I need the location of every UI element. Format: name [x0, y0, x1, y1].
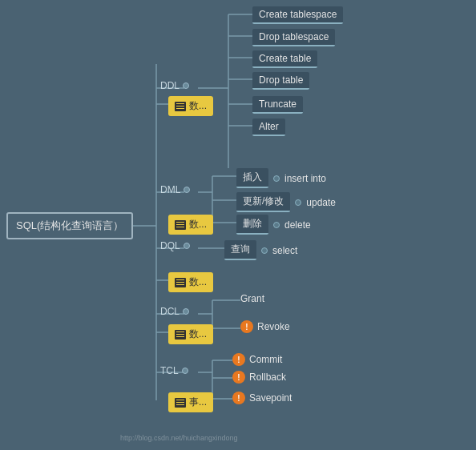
root-label: SQL(结构化查询语言） [16, 219, 123, 233]
dml-update-dot [295, 199, 301, 206]
tcl-commit-row: ! Commit [232, 353, 282, 366]
table-icon-4 [175, 330, 186, 340]
revoke-icon: ! [240, 320, 253, 333]
dml-insert-row: 插入 insert into [236, 168, 326, 188]
table-icon-2 [175, 220, 186, 230]
dcl-yellow-box: 数... [168, 324, 213, 344]
mind-map: SQL(结构化查询语言） DDL 数... Create tablespace … [0, 0, 476, 450]
root-node: SQL(结构化查询语言） [6, 212, 133, 239]
dml-insert-dot [273, 175, 280, 182]
dql-select-row: 查询 select [224, 240, 297, 260]
ddl-yellow-box: 数... [168, 96, 213, 116]
dcl-grant-row: Grant [240, 293, 264, 304]
dql-label: DQL [160, 240, 190, 251]
dcl-revoke-label: Revoke [257, 321, 290, 332]
ddl-leaf-5: Truncate [252, 96, 303, 114]
dml-update-row: 更新/修改 update [236, 192, 336, 212]
ddl-leaf-1: Create tablespace [252, 6, 343, 24]
ddl-leaf-4: Drop table [252, 72, 309, 90]
dml-update-en: update [306, 197, 336, 208]
ddl-leaf-2: Drop tablespace [252, 29, 335, 46]
tcl-dot [182, 368, 188, 374]
tcl-label: TCL [160, 365, 188, 376]
dcl-box-label: 数... [189, 327, 207, 341]
dml-label: DML [160, 184, 190, 195]
dml-dot [184, 187, 190, 193]
tcl-yellow-box: 事... [168, 392, 213, 412]
ddl-label: DDL [160, 80, 189, 91]
tcl-box-label: 事... [189, 396, 207, 409]
watermark: http://blog.csdn.net/huichangxindong [120, 434, 238, 442]
dml-delete-dot [273, 222, 280, 228]
dql-box-label: 数... [189, 275, 207, 289]
ddl-leaf-6: Alter [252, 119, 285, 136]
dql-select-en: select [272, 245, 297, 256]
commit-icon: ! [232, 353, 245, 366]
rollback-icon: ! [232, 371, 245, 384]
dml-delete-en: delete [284, 219, 311, 231]
ddl-dot [183, 82, 189, 89]
tcl-savepoint-label: Savepoint [249, 392, 292, 404]
dcl-dot [183, 308, 189, 315]
tcl-rollback-row: ! Rollback [232, 371, 286, 384]
dml-insert-cn: 插入 [236, 168, 268, 188]
table-icon-5 [175, 398, 186, 408]
dml-yellow-box: 数... [168, 215, 213, 235]
ddl-leaf-3: Create table [252, 50, 317, 68]
dml-delete-row: 删除 delete [236, 215, 311, 235]
tcl-rollback-label: Rollback [249, 372, 286, 383]
dql-query-cn: 查询 [224, 240, 256, 260]
dql-dot2 [261, 247, 268, 254]
dql-yellow-box: 数... [168, 272, 213, 292]
dcl-grant-label: Grant [240, 293, 264, 304]
savepoint-icon: ! [232, 392, 245, 404]
dcl-revoke-row: ! Revoke [240, 320, 290, 333]
dcl-label: DCL [160, 306, 189, 317]
table-icon-3 [175, 278, 186, 287]
dml-insert-en: insert into [284, 173, 326, 184]
table-icon [175, 102, 186, 111]
dml-delete-cn: 删除 [236, 215, 268, 235]
tcl-savepoint-row: ! Savepoint [232, 392, 292, 404]
tcl-commit-label: Commit [249, 354, 282, 365]
dml-update-cn: 更新/修改 [236, 192, 290, 212]
dml-box-label: 数... [189, 218, 207, 231]
dql-dot [184, 243, 190, 249]
ddl-box-label: 数... [189, 99, 207, 113]
